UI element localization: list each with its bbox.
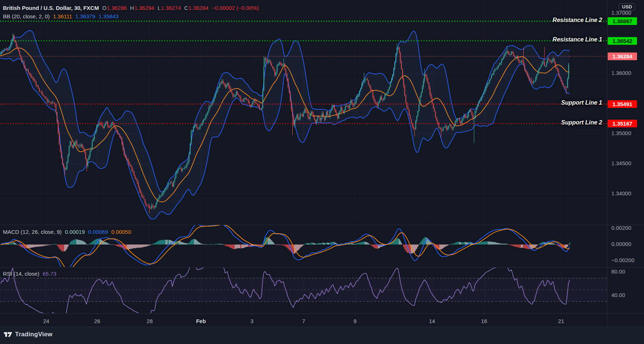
rsi-axis-label: 80.00 bbox=[611, 268, 625, 275]
bb-legend: BB (20, close, 2, 0) 1.361111.363791.358… bbox=[3, 13, 118, 19]
macd-axis-label: −0.00200 bbox=[611, 257, 634, 263]
bb-title[interactable]: BB (20, close, 2, 0) bbox=[3, 13, 50, 19]
time-axis-label: 3 bbox=[250, 318, 253, 324]
macd-legend: MACD (12, 26, close, 9) 0.000190.000690.… bbox=[3, 229, 131, 235]
currency-unit-button[interactable]: USD bbox=[619, 3, 635, 11]
level-label-resistance-line-1[interactable]: Resistance Line 1 bbox=[553, 36, 602, 43]
time-axis-label: 14 bbox=[429, 318, 435, 324]
symbol-legend: British Pound / U.S. Dollar, 30, FXCM O1… bbox=[3, 5, 259, 11]
level-price-tag-resistance-line-2[interactable]: 1.36867 bbox=[608, 17, 637, 25]
macd-axis-label: 0.00000 bbox=[611, 241, 631, 247]
bottom-strip bbox=[0, 327, 644, 344]
time-axis-label: 9 bbox=[354, 318, 356, 324]
level-label-resistance-line-2[interactable]: Resistance Line 2 bbox=[553, 17, 602, 23]
indicator-value: 1.36379 bbox=[76, 13, 95, 19]
indicator-value: 0.00069 bbox=[88, 229, 108, 235]
price-axis-label: 1.34500 bbox=[611, 160, 631, 166]
indicator-value: 1.35843 bbox=[99, 13, 118, 19]
ohlc-item: H1.36294 bbox=[130, 5, 154, 11]
time-axis-label: 16 bbox=[481, 318, 487, 324]
macd-axis-label: 0.00200 bbox=[611, 225, 631, 231]
indicator-value: 1.36111 bbox=[53, 13, 72, 19]
tradingview-logo-icon bbox=[4, 331, 12, 338]
level-price-tag-support-line-1[interactable]: 1.35491 bbox=[608, 100, 637, 108]
ohlc-values: O1.36286H1.36294L1.36274C1.36284 bbox=[102, 5, 209, 11]
ohlc-item: O1.36286 bbox=[102, 5, 127, 11]
change-value: −0.00002 (−0.00%) bbox=[212, 5, 259, 11]
rsi-legend: RSI (14, close) 65.73 bbox=[3, 271, 56, 277]
tradingview-logo[interactable]: TradingView bbox=[4, 331, 52, 338]
bb-values: 1.361111.363791.35843 bbox=[53, 13, 118, 19]
rsi-value: 65.73 bbox=[43, 271, 56, 277]
ohlc-item: L1.36274 bbox=[158, 5, 181, 11]
price-axis-label: 1.35000 bbox=[611, 130, 631, 136]
indicator-value: 0.00050 bbox=[111, 229, 131, 235]
price-axis-label: 1.36000 bbox=[611, 70, 631, 76]
level-price-tag-support-line-2[interactable]: 1.35167 bbox=[608, 120, 637, 127]
rsi-title[interactable]: RSI (14, close) bbox=[3, 271, 39, 277]
time-axis-label: Feb bbox=[196, 318, 206, 324]
level-label-support-line-1[interactable]: Support Line 1 bbox=[561, 99, 602, 106]
macd-title[interactable]: MACD (12, 26, close, 9) bbox=[3, 229, 62, 235]
time-axis-label: 26 bbox=[94, 318, 100, 324]
tradingview-chart-page: { "header": { "title": "British Pound / … bbox=[0, 0, 644, 344]
level-label-support-line-2[interactable]: Support Line 2 bbox=[561, 119, 602, 126]
price-axis-label: 1.34000 bbox=[611, 190, 631, 196]
symbol-title[interactable]: British Pound / U.S. Dollar, 30, FXCM bbox=[3, 5, 99, 11]
time-axis-label: 24 bbox=[43, 318, 50, 324]
current-price-tag: 1.36284 bbox=[608, 52, 637, 60]
time-axis-label: 28 bbox=[147, 318, 153, 324]
indicator-value: 0.00019 bbox=[65, 229, 85, 235]
time-axis-label: 21 bbox=[558, 318, 564, 324]
tradingview-logo-text: TradingView bbox=[15, 331, 52, 338]
level-price-tag-resistance-line-1[interactable]: 1.36542 bbox=[608, 37, 637, 45]
ohlc-item: C1.36284 bbox=[184, 5, 208, 11]
chart-canvas[interactable] bbox=[0, 0, 644, 344]
rsi-axis-label: 40.00 bbox=[611, 292, 625, 298]
macd-values: 0.000190.000690.00050 bbox=[65, 229, 131, 235]
time-axis-label: 7 bbox=[302, 318, 305, 324]
